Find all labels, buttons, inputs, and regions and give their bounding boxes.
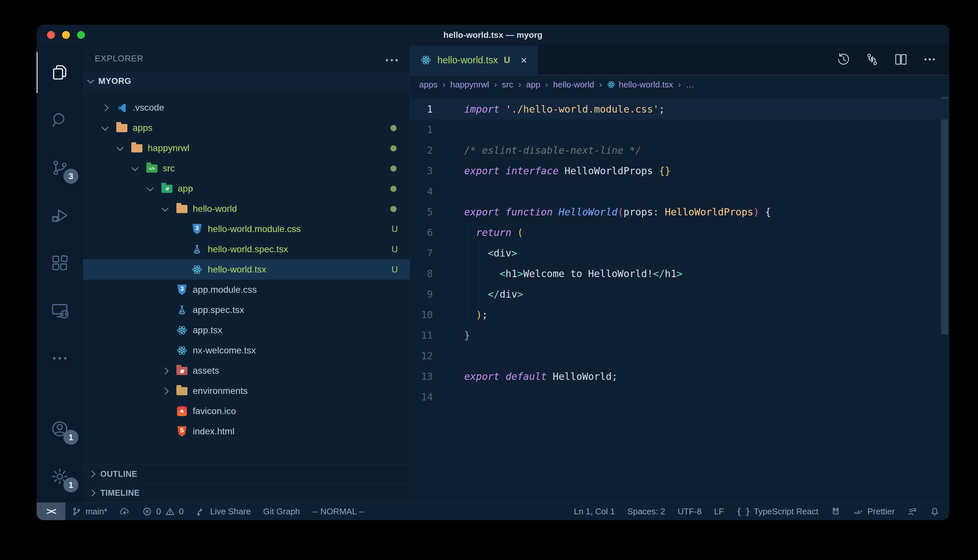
status-sync-changes[interactable]	[113, 503, 136, 520]
section-timeline[interactable]: TIMELINE	[83, 483, 410, 502]
tree-item-label: index.html	[193, 426, 234, 437]
tree-item-happynrwl[interactable]: happynrwl	[83, 138, 410, 158]
status-prettier[interactable]: Prettier	[847, 503, 901, 520]
activity-item-settings[interactable]: 1	[37, 453, 83, 500]
code-line: 10 );	[410, 305, 949, 325]
tree-item-favicon-ico[interactable]: ★favicon.ico	[83, 401, 410, 421]
activity-item-accounts[interactable]: 1	[37, 405, 83, 453]
tree-item-hello-world-spec-tsx[interactable]: hello-world.spec.tsxU	[83, 239, 410, 260]
code-line: 11}	[410, 325, 949, 346]
status-robot-face[interactable]	[824, 503, 847, 520]
robot-icon	[831, 507, 841, 517]
ellipsis-icon	[386, 59, 398, 62]
activity-item-run-and-debug[interactable]	[37, 192, 83, 239]
breadcrumb-item-hello-world-tsx[interactable]: hello-world.tsx	[607, 80, 673, 90]
tree-item-environments[interactable]: environments	[83, 381, 410, 401]
html-icon: 5	[177, 426, 187, 437]
split-editor-button[interactable]	[894, 52, 908, 68]
section-outline[interactable]: OUTLINE	[83, 464, 410, 483]
tree-item-src[interactable]: </>src	[83, 158, 410, 178]
tree-item-app-spec-tsx[interactable]: app.spec.tsx	[83, 300, 410, 320]
activity-item-more-views[interactable]	[37, 335, 83, 382]
tree-item-hello-world-module-css[interactable]: 3hello-world.module.cssU	[83, 219, 410, 239]
code-token: export	[464, 206, 500, 218]
folder-icon	[116, 124, 127, 132]
code-line-text	[433, 181, 464, 202]
status-language-mode-text: { }	[736, 507, 750, 516]
code-line: 6 return (	[410, 222, 949, 243]
more-actions-button[interactable]	[923, 52, 937, 68]
status-eol-sequence[interactable]: LF	[708, 503, 730, 520]
open-timeline-button[interactable]	[836, 52, 851, 68]
activity-item-extensions[interactable]	[37, 239, 83, 287]
line-number: 1	[410, 120, 433, 140]
breadcrumb-item-hello-world[interactable]: hello-world	[553, 80, 594, 90]
tree-item-app-tsx[interactable]: app.tsx	[83, 320, 410, 340]
status-vim-mode[interactable]: -- NORMAL --	[306, 503, 370, 520]
tree-item-hello-world-tsx[interactable]: hello-world.tsxU	[83, 260, 410, 280]
code-token: export	[464, 371, 500, 382]
activity-item-remote-explorer[interactable]	[37, 287, 83, 335]
breadcrumb-label: src	[502, 80, 513, 90]
tree-item--vscode[interactable]: .vscode	[83, 98, 410, 118]
status-git-graph[interactable]: Git Graph	[257, 503, 306, 520]
code-token: >	[517, 268, 523, 279]
status-git-branch[interactable]: main*	[65, 503, 113, 520]
status-indentation[interactable]: Spaces: 2	[621, 503, 672, 520]
activity-badge: 1	[64, 477, 79, 492]
status-problems[interactable]: 00	[136, 503, 190, 520]
breadcrumb-item-app[interactable]: app	[526, 80, 540, 90]
status-cursor-position[interactable]: Ln 1, Col 1	[568, 503, 621, 520]
breadcrumb-item-apps[interactable]: apps	[419, 80, 437, 90]
tree-item-nx-welcome-tsx[interactable]: nx-welcome.tsx	[83, 340, 410, 361]
line-number: 7	[410, 243, 433, 263]
code-token: ;	[659, 103, 665, 115]
breadcrumb-item-happynrwl[interactable]: happynrwl	[450, 80, 489, 90]
tree-item-assets[interactable]: ▦assets	[83, 361, 410, 381]
code-token: (	[517, 227, 523, 238]
status-notifications[interactable]	[923, 503, 946, 520]
tree-item-index-html[interactable]: 5index.html	[83, 421, 410, 442]
tree-item-label: app.tsx	[193, 325, 222, 335]
status-encoding[interactable]: UTF-8	[671, 503, 708, 520]
code-token: :	[653, 206, 659, 218]
section-label: OUTLINE	[100, 469, 137, 479]
tree-item-app-module-css[interactable]: 3app.module.css	[83, 280, 410, 300]
status-feedback[interactable]	[901, 503, 923, 520]
close-button[interactable]	[47, 31, 55, 39]
activity-item-explorer[interactable]	[37, 48, 83, 96]
favicon-icon: ★	[177, 406, 187, 416]
status-language-mode[interactable]: { }TypeScript React	[730, 503, 824, 520]
breadcrumb-item-src[interactable]: src	[502, 80, 513, 90]
status-live-share[interactable]: Live Share	[190, 503, 257, 520]
breadcrumb-separator: ›	[545, 79, 548, 90]
status-git-graph-text: Git Graph	[263, 507, 300, 517]
code-token: div	[493, 247, 511, 259]
react-icon	[191, 264, 202, 275]
status-remote-indicator[interactable]: ><	[37, 503, 65, 520]
code-token	[558, 165, 565, 177]
section-label: TIMELINE	[100, 488, 140, 498]
tree-item-hello-world[interactable]: hello-world	[83, 199, 410, 219]
line-number: 12	[410, 346, 433, 366]
tree-item-apps[interactable]: apps	[83, 118, 410, 138]
git-modified-dot	[390, 186, 396, 192]
breadcrumb-item--[interactable]: …	[686, 80, 694, 90]
close-tab-button[interactable]: ×	[521, 55, 527, 66]
activity-item-source-control[interactable]: 3	[37, 144, 83, 192]
workspace-root-row[interactable]: MYORG	[83, 72, 410, 90]
tab-hello-world-tsx[interactable]: hello-world.tsx U ×	[410, 45, 538, 75]
code-token: import	[464, 103, 500, 115]
open-changes-button[interactable]	[865, 52, 879, 68]
breadcrumb-separator: ›	[442, 79, 445, 90]
views-and-more-actions-button[interactable]	[386, 53, 398, 63]
minimize-button[interactable]	[62, 31, 70, 39]
code-line: 4	[410, 181, 949, 202]
editor-group: hello-world.tsx U × apps›happynrwl›src›a…	[410, 45, 949, 502]
vscode-icon	[116, 102, 127, 113]
zoom-button[interactable]	[77, 31, 85, 39]
activity-item-search[interactable]	[37, 96, 83, 144]
tree-item-app[interactable]: ⚙app	[83, 178, 410, 199]
folder-symbol: ⚙	[165, 187, 169, 191]
code-editor[interactable]: 1import './hello-world.module.css';12/* …	[410, 94, 949, 502]
